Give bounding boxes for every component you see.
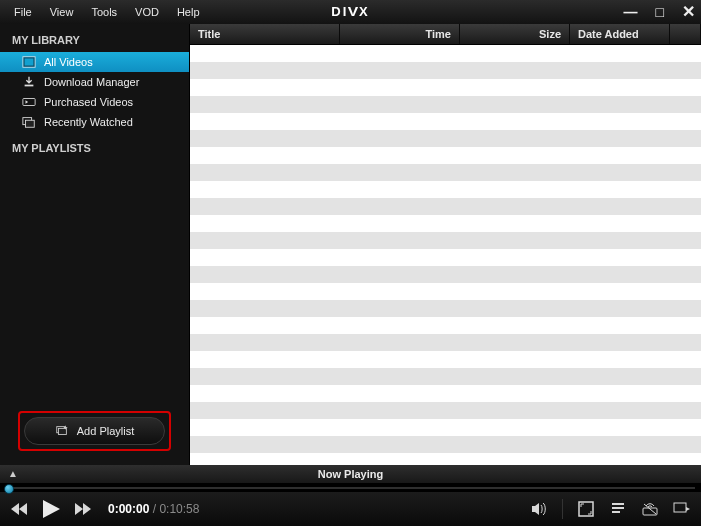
sidebar-item-download-manager[interactable]: Download Manager	[0, 72, 189, 92]
table-row	[190, 300, 701, 317]
sidebar-item-label: Download Manager	[44, 76, 139, 88]
film-icon	[22, 55, 36, 69]
table-row	[190, 62, 701, 79]
column-size[interactable]: Size	[460, 24, 570, 45]
table-row	[190, 402, 701, 419]
logo-text: DIVX	[331, 4, 369, 19]
player-right-controls	[530, 499, 691, 519]
menubar: File View Tools VOD Help	[6, 3, 208, 21]
seek-track	[6, 487, 695, 489]
add-playlist-button[interactable]: Add Playlist	[24, 417, 165, 445]
time-display: 0:00:00 / 0:10:58	[108, 502, 199, 516]
table-row	[190, 249, 701, 266]
sidebar-library-list: All Videos Download Manager Purchased Vi…	[0, 52, 189, 132]
next-button[interactable]	[72, 501, 92, 517]
menu-help[interactable]: Help	[169, 3, 208, 21]
playback-controls: 0:00:00 / 0:10:58	[10, 499, 199, 519]
content-area: Title Time Size Date Added	[190, 24, 701, 465]
add-playlist-label: Add Playlist	[77, 425, 134, 437]
table-row	[190, 181, 701, 198]
table-row	[190, 130, 701, 147]
svg-rect-5	[26, 120, 35, 127]
main-area: MY LIBRARY All Videos Download Manager	[0, 24, 701, 465]
sidebar: MY LIBRARY All Videos Download Manager	[0, 24, 190, 465]
table-row	[190, 351, 701, 368]
list-header: Title Time Size Date Added	[190, 24, 701, 46]
add-playlist-highlight: Add Playlist	[18, 411, 171, 451]
column-spacer	[670, 24, 701, 45]
menu-vod[interactable]: VOD	[127, 3, 167, 21]
playlist-icon[interactable]	[609, 500, 627, 518]
column-date-added[interactable]: Date Added	[570, 24, 670, 45]
table-row	[190, 198, 701, 215]
table-row	[190, 164, 701, 181]
table-row	[190, 45, 701, 62]
sidebar-item-all-videos[interactable]: All Videos	[0, 52, 189, 72]
history-icon	[22, 115, 36, 129]
table-row	[190, 266, 701, 283]
table-row	[190, 453, 701, 464]
play-button[interactable]	[40, 499, 62, 519]
now-playing-bar[interactable]: ▲ Now Playing	[0, 465, 701, 483]
menu-view[interactable]: View	[42, 3, 82, 21]
elapsed-time: 0:00:00	[108, 502, 149, 516]
ticket-icon	[22, 95, 36, 109]
cast-icon[interactable]	[673, 500, 691, 518]
volume-icon[interactable]	[530, 500, 548, 518]
now-playing-label: Now Playing	[318, 468, 383, 480]
menu-tools[interactable]: Tools	[83, 3, 125, 21]
sidebar-item-recently-watched[interactable]: Recently Watched	[0, 112, 189, 132]
table-row	[190, 317, 701, 334]
titlebar: File View Tools VOD Help DIVX — □ ✕	[0, 0, 701, 24]
seek-thumb[interactable]	[4, 484, 14, 494]
time-separator: /	[149, 502, 159, 516]
player-bar: 0:00:00 / 0:10:58	[0, 492, 701, 526]
sidebar-item-purchased-videos[interactable]: Purchased Videos	[0, 92, 189, 112]
table-row	[190, 385, 701, 402]
menu-file[interactable]: File	[6, 3, 40, 21]
table-row	[190, 283, 701, 300]
column-time[interactable]: Time	[340, 24, 460, 45]
svg-rect-1	[25, 58, 34, 65]
sidebar-item-label: All Videos	[44, 56, 93, 68]
table-row	[190, 79, 701, 96]
add-playlist-area: Add Playlist	[0, 401, 189, 465]
separator	[562, 499, 563, 519]
sidebar-spacer	[0, 160, 189, 401]
window-controls: — □ ✕	[624, 2, 695, 21]
sidebar-item-label: Purchased Videos	[44, 96, 133, 108]
table-row	[190, 232, 701, 249]
table-row	[190, 215, 701, 232]
download-icon	[22, 75, 36, 89]
svg-rect-7	[58, 428, 66, 434]
duration-time: 0:10:58	[159, 502, 199, 516]
fullscreen-icon[interactable]	[577, 500, 595, 518]
stream-icon[interactable]	[641, 500, 659, 518]
sidebar-library-title: MY LIBRARY	[0, 24, 189, 52]
list-body[interactable]	[190, 45, 701, 464]
app-window: File View Tools VOD Help DIVX — □ ✕ MY L…	[0, 0, 701, 526]
sidebar-playlists-title: MY PLAYLISTS	[0, 132, 189, 160]
table-row	[190, 334, 701, 351]
add-playlist-icon	[55, 424, 69, 438]
seek-bar[interactable]	[0, 483, 701, 493]
table-row	[190, 147, 701, 164]
svg-rect-3	[23, 98, 35, 105]
table-row	[190, 368, 701, 385]
maximize-button[interactable]: □	[656, 4, 664, 20]
table-row	[190, 96, 701, 113]
svg-rect-2	[25, 84, 34, 86]
column-title[interactable]: Title	[190, 24, 340, 45]
app-logo: DIVX	[331, 4, 369, 19]
table-row	[190, 113, 701, 130]
close-button[interactable]: ✕	[682, 2, 695, 21]
table-row	[190, 436, 701, 453]
now-playing-toggle-icon[interactable]: ▲	[8, 468, 18, 479]
sidebar-item-label: Recently Watched	[44, 116, 133, 128]
svg-rect-10	[674, 503, 686, 512]
minimize-button[interactable]: —	[624, 4, 638, 20]
previous-button[interactable]	[10, 501, 30, 517]
table-row	[190, 419, 701, 436]
